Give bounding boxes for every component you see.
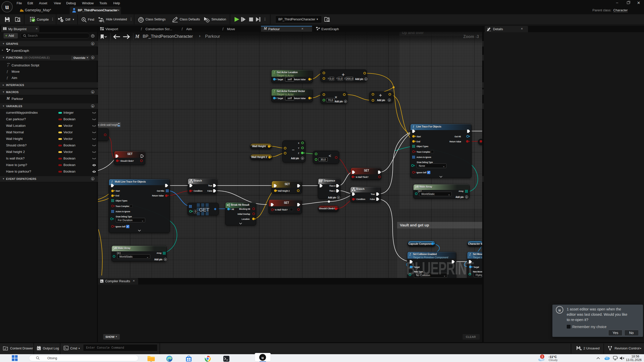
svg-text:u: u: [558, 308, 561, 312]
svg-text:u: u: [5, 3, 9, 11]
svg-text:u: u: [261, 355, 264, 360]
svg-text:f: f: [8, 64, 9, 67]
